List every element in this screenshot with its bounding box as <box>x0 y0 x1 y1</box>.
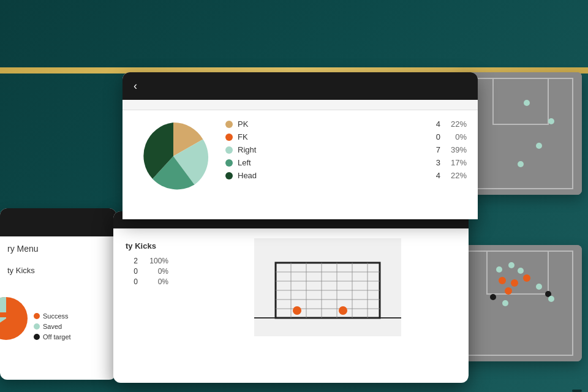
svg-point-33 <box>505 287 512 295</box>
fk-count: 0 <box>428 132 440 141</box>
svg-point-37 <box>548 296 554 302</box>
main-card-top: ‹ <box>123 72 478 219</box>
pie-chart <box>134 116 213 196</box>
svg-rect-24 <box>453 245 582 361</box>
field-svg-bottom <box>453 245 582 361</box>
stats-num-3: 0 <box>126 277 138 286</box>
back-button[interactable]: ‹ <box>134 80 141 92</box>
field-svg-top <box>459 72 582 195</box>
partial-pie <box>0 294 31 343</box>
left-count: 3 <box>428 158 440 167</box>
left-pct: 17% <box>445 158 467 167</box>
stats-num-1: 2 <box>126 257 138 265</box>
stats-header: ty Kicks <box>126 241 187 251</box>
stats-row-2: 0 0% <box>126 267 187 276</box>
legend-item-right: Right 7 39% <box>225 145 467 154</box>
svg-point-27 <box>496 266 502 273</box>
right-count: 7 <box>428 145 440 154</box>
right-label: Right <box>238 145 423 154</box>
svg-point-23 <box>339 306 347 315</box>
stats-pct-2: 0% <box>144 267 168 276</box>
details-header <box>123 100 478 110</box>
svg-point-34 <box>536 284 542 290</box>
goal-svg <box>254 238 401 336</box>
svg-point-38 <box>502 300 508 306</box>
legend: PK 4 22% FK 0 0% Right 7 39% Left 3 17% <box>225 116 467 196</box>
svg-point-32 <box>523 274 530 282</box>
left-partial-header <box>0 208 116 236</box>
pk-label: PK <box>238 119 423 129</box>
pk-pct: 22% <box>445 119 467 129</box>
pk-dot <box>225 121 233 128</box>
svg-point-6 <box>518 161 524 167</box>
svg-point-30 <box>499 277 506 284</box>
partial-legend: Success Saved Off target <box>34 312 71 341</box>
field-card-bottom <box>453 245 582 361</box>
left-partial-menu: ry Menu <box>0 236 116 261</box>
stats-pct-1: 100% <box>144 257 168 265</box>
fk-pct: 0% <box>445 132 467 141</box>
svg-point-28 <box>508 262 514 268</box>
nities-badge <box>0 312 10 317</box>
stats-column: ty Kicks 2 100% 0 0% 0 0% <box>126 238 187 288</box>
chevron-left-icon: ‹ <box>134 80 137 92</box>
svg-point-5 <box>536 143 542 149</box>
match-label <box>572 390 582 392</box>
head-dot <box>225 172 233 179</box>
head-label: Head <box>238 171 423 180</box>
fk-dot <box>225 134 233 141</box>
left-partial-section: ty Kicks <box>0 261 116 280</box>
stats-pct-3: 0% <box>144 277 168 286</box>
legend-item-fk: FK 0 0% <box>225 132 467 141</box>
card-header: ‹ <box>123 72 478 100</box>
stats-row-1: 2 100% <box>126 257 187 265</box>
left-dot <box>225 159 233 167</box>
field-card-top <box>459 72 582 195</box>
left-partial-card: ry Menu ty Kicks Success Saved Off targe… <box>0 208 116 380</box>
goal-frame <box>254 238 401 336</box>
success-label: Success <box>43 312 69 320</box>
stats-row-3: 0 0% <box>126 277 187 286</box>
head-count: 4 <box>428 171 440 180</box>
svg-point-22 <box>293 306 301 315</box>
off-target-label: Off target <box>43 333 71 341</box>
svg-point-31 <box>511 279 518 287</box>
svg-point-4 <box>548 118 554 124</box>
legend-item-head: Head 4 22% <box>225 171 467 180</box>
player-card-bottom-body: ty Kicks 2 100% 0 0% 0 0% <box>113 228 469 346</box>
head-pct: 22% <box>445 171 467 180</box>
card-body: PK 4 22% FK 0 0% Right 7 39% Left 3 17% <box>123 110 478 202</box>
legend-item-left: Left 3 17% <box>225 158 467 167</box>
stats-table: 2 100% 0 0% 0 0% <box>126 257 187 286</box>
goal-visualization <box>199 238 456 336</box>
field-inner-top <box>459 72 582 195</box>
legend-item-pk: PK 4 22% <box>225 119 467 129</box>
svg-point-29 <box>518 268 524 274</box>
stats-num-2: 0 <box>126 267 138 276</box>
right-pct: 39% <box>445 145 467 154</box>
left-label: Left <box>238 158 423 167</box>
fk-label: FK <box>238 132 423 141</box>
pk-count: 4 <box>428 119 440 129</box>
saved-label: Saved <box>43 323 62 330</box>
svg-point-35 <box>490 294 496 300</box>
svg-rect-0 <box>459 72 582 195</box>
svg-point-3 <box>524 100 530 106</box>
player-card-bottom: ty Kicks 2 100% 0 0% 0 0% <box>113 211 469 383</box>
right-dot <box>225 146 233 154</box>
